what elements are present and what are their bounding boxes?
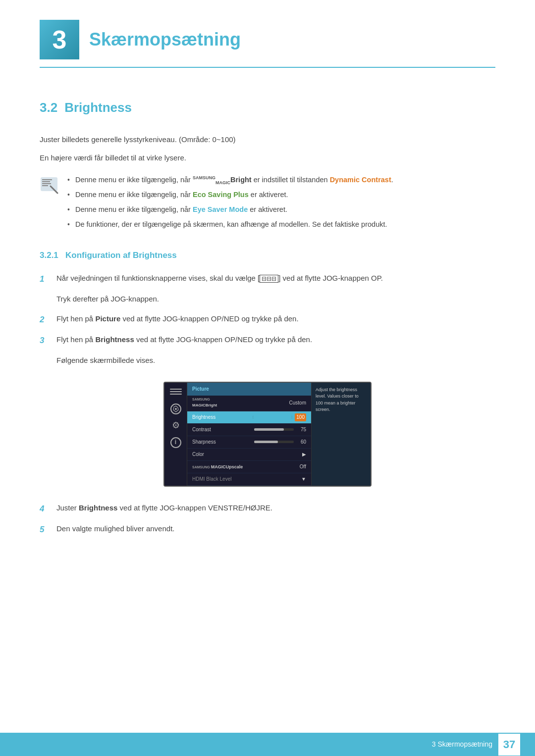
intro-text-1: Juster billedets generelle lysstyrkenive…	[40, 133, 495, 146]
chapter-number-box: 3	[40, 20, 79, 59]
intro-text-2: En højere værdi får billedet til at virk…	[40, 151, 495, 164]
step-text-2: Flyt hen på Picture ved at flytte JOG-kn…	[56, 312, 299, 325]
svg-rect-2	[42, 181, 50, 182]
section-title: Brightness	[64, 98, 132, 118]
screen-menu-bar-sharpness	[254, 441, 294, 443]
screen-sidebar-icon-1	[170, 389, 182, 398]
screen-menu-value-sharpness: 60	[296, 438, 306, 446]
chapter-title: Skærmopsætning	[89, 25, 241, 54]
screen-menu-row-hdmi: HDMI Black Level ▼	[187, 473, 311, 486]
screen-sidebar-icon-4: i	[170, 437, 181, 448]
screen-menu-row-contrast: Contrast 75	[187, 424, 311, 436]
step-sub-3: Følgende skærmbillede vises.	[56, 354, 495, 367]
step-4: 4 Juster Brightness ved at flytte JOG-kn…	[40, 502, 495, 515]
screen-menu-row-brightness: Brightness 100	[187, 411, 311, 424]
step-number-3: 3	[40, 334, 53, 347]
svg-rect-1	[42, 179, 52, 180]
note-item-3: Denne menu er ikke tilgængelig, når Eye …	[67, 204, 393, 216]
step-number-4: 4	[40, 502, 53, 515]
page-footer: 3 Skærmopsætning 37	[0, 733, 535, 756]
subsection-heading: 3.2.1 Konfiguration af Brightness	[40, 249, 495, 262]
step-number-1: 1	[40, 272, 53, 286]
step-3: 3 Flyt hen på Brightness ved at flytte J…	[40, 333, 495, 347]
screen-menu-content: Picture SAMSUNG MAGICBright Custom Brigh…	[187, 383, 311, 486]
footer-text: 3 Skærmopsætning	[432, 739, 492, 750]
screen-sidebar-icon-2	[170, 403, 181, 414]
screen-sidebar: ⚙ i	[164, 383, 187, 486]
note-icon	[40, 175, 58, 194]
step-text-3: Flyt hen på Brightness ved at flytte JOG…	[56, 333, 312, 346]
screen-menu-label-upscale: SAMSUNG MAGICUpscale	[192, 463, 296, 471]
screen-menu-bar-contrast	[254, 428, 294, 431]
screen-mockup-container: ⚙ i Picture SAMSUNG MAGICBright Custom B…	[40, 382, 495, 487]
screen-menu-header: Picture	[187, 383, 311, 396]
screen-menu-label-color: Color	[192, 451, 302, 458]
note-box: Denne menu er ikke tilgængelig, når SAMS…	[40, 174, 495, 234]
screen-menu-bar-brightness	[253, 416, 292, 418]
screen-menu-label-brightness: Brightness	[192, 413, 253, 421]
step-1: 1 Når vejledningen til funktionsknappern…	[40, 272, 495, 286]
screen-menu-value-contrast: 75	[296, 426, 306, 434]
screen-tooltip: Adjust the brightness level. Values clos…	[311, 383, 371, 486]
step-text-1: Når vejledningen til funktionsknapperne …	[56, 272, 383, 285]
note-item-2: Denne menu er ikke tilgængelig, når Eco …	[67, 189, 393, 201]
screen-menu-row-sharpness: Sharpness 60	[187, 436, 311, 449]
chapter-number: 3	[53, 27, 67, 52]
screen-menu-row-upscale: SAMSUNG MAGICUpscale Off	[187, 461, 311, 473]
screen-menu-value-brightness: 100	[295, 413, 306, 421]
section-number: 3.2	[40, 98, 57, 118]
footer-page-number: 37	[498, 734, 520, 756]
note-item-4: De funktioner, der er tilgængelige på sk…	[67, 219, 393, 231]
chapter-header: 3 Skærmopsætning	[40, 20, 495, 68]
note-list: Denne menu er ikke tilgængelig, når SAMS…	[67, 174, 393, 234]
screen-menu-row-color: Color ▶	[187, 449, 311, 461]
subsection-title: Konfiguration af Brightness	[65, 251, 177, 260]
step-number-5: 5	[40, 523, 53, 536]
screen-menu-arrow-hdmi: ▼	[301, 475, 306, 483]
screen-mockup: ⚙ i Picture SAMSUNG MAGICBright Custom B…	[163, 382, 372, 487]
svg-rect-4	[42, 185, 48, 186]
screen-sidebar-icon-3: ⚙	[170, 420, 181, 431]
screen-menu-label-contrast: Contrast	[192, 426, 254, 434]
step-number-2: 2	[40, 313, 53, 326]
step-sub-1: Tryk derefter på JOG-knappen.	[56, 293, 495, 305]
screen-magic-bright-label: SAMSUNG MAGICBright	[192, 398, 217, 409]
subsection-number: 3.2.1	[40, 251, 58, 260]
step-text-4: Juster Brightness ved at flytte JOG-knap…	[56, 502, 272, 514]
svg-point-5	[175, 408, 177, 410]
screen-magic-bright-row: SAMSUNG MAGICBright Custom	[187, 396, 311, 411]
screen-menu-label-hdmi: HDMI Black Level	[192, 475, 301, 483]
screen-menu-label-sharpness: Sharpness	[192, 438, 254, 446]
step-text-5: Den valgte mulighed bliver anvendt.	[56, 522, 174, 535]
note-item-1: Denne menu er ikke tilgængelig, når SAMS…	[67, 174, 393, 187]
screen-menu-arrow-color: ▶	[302, 451, 306, 458]
step-2: 2 Flyt hen på Picture ved at flytte JOG-…	[40, 312, 495, 326]
section-heading: 3.2 Brightness	[40, 98, 495, 118]
screen-magic-bright-value: Custom	[289, 399, 306, 407]
svg-rect-3	[42, 183, 51, 184]
step-5: 5 Den valgte mulighed bliver anvendt.	[40, 522, 495, 536]
screen-menu-value-upscale: Off	[296, 463, 306, 471]
